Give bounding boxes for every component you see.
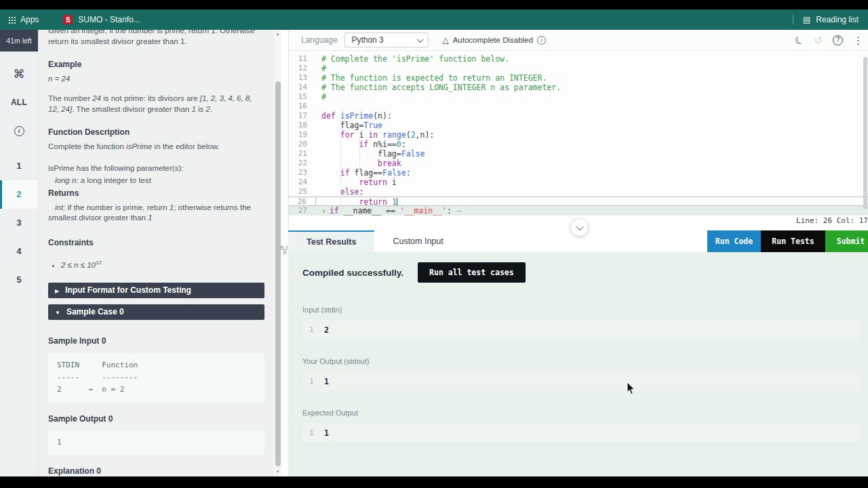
result-label: Your Output (stdout) [302,357,860,365]
code-line-23[interactable]: 23 if flag==False: [289,168,868,178]
result-value: 2 [324,325,329,335]
result-sections: Input (stdin)12Your Output (stdout)11Exp… [302,306,860,443]
problem-scrollbar-thumb[interactable] [275,81,281,466]
expand-icon: ▶ [55,286,59,297]
test-results-panel: Compiled successfully. Run all test case… [288,252,868,476]
constraints-heading: Constraints [48,238,264,249]
run-tests-button[interactable]: Run Tests [761,230,825,252]
fold-arrow-icon[interactable]: › [321,206,326,216]
info-icon[interactable]: i [0,117,38,145]
help-icon[interactable]: ? [833,35,843,45]
chevron-down-icon [576,222,583,230]
code-line-14[interactable]: 14# The function accepts LONG_INTEGER n … [289,83,868,92]
params-intro: isPrime has the following parameter(s): [48,163,264,174]
reading-list-button[interactable]: Reading list [816,15,859,24]
history-icon[interactable]: ↺ [814,35,823,45]
line-number: 25 [289,187,316,197]
collapse-icon: ▼ [55,308,60,319]
code-editor[interactable]: 11# Complete the 'isPrime' function belo… [289,51,868,216]
dark-mode-icon[interactable]: ☾ [793,33,806,47]
tab-custom-input[interactable]: Custom Input [374,230,461,252]
browser-tab-sumo[interactable]: S SUMO - Stanfo... [56,9,146,30]
problem-intro: Given an integer, if the number is prime… [48,30,264,47]
keyboard-shortcuts-icon[interactable]: ⌘ [0,60,38,88]
language-value: Python 3 [351,35,383,45]
example-value: n = 24 [48,74,264,85]
apps-grid-icon [8,16,16,24]
result-label: Expected Output [302,409,860,417]
line-number: 11 [289,54,316,64]
sample-output-block: 1 [48,430,264,455]
explanation-heading: Explanation 0 [48,466,264,476]
editor-scrollbar-thumb[interactable] [863,57,867,209]
function-description-heading: Function Description [48,127,264,138]
submit-button[interactable]: Submit [825,230,868,252]
collapse-panel-button[interactable] [570,218,589,237]
compile-status: Compiled successfully. [302,268,403,278]
code-line-15[interactable]: 15# [289,92,868,102]
code-line-17[interactable]: 17def isPrime(n): [289,111,868,121]
question-item-4[interactable]: 4 [0,237,38,266]
line-number: 1 [309,325,319,334]
code-line-12[interactable]: 12# [289,64,868,73]
code-line-21[interactable]: 21 flag=False [289,149,868,159]
line-number: 19 [289,130,316,140]
autocomplete-status: △ Autocomplete Disabled i [442,35,546,45]
param-line: long n: a long integer to test [48,176,264,186]
code-line-25[interactable]: 25 else: [289,187,868,197]
line-number: 18 [289,121,316,130]
code-line-19[interactable]: 19 for i in range(2,n): [289,130,868,140]
line-number: 27 [289,206,316,216]
mouse-cursor [627,382,635,398]
problem-panel: Given an integer, if the number is prime… [39,30,274,476]
line-number: 12 [289,64,316,73]
code-line-11[interactable]: 11# Complete the 'isPrime' function belo… [289,54,868,64]
warning-icon: △ [442,35,448,45]
question-item-2[interactable]: 2 [0,180,38,209]
code-line-18[interactable]: 18 flag=True [289,121,868,130]
result-value: 1 [324,428,329,438]
returns-body: int: if the number is prime, return 1; o… [48,203,264,224]
run-code-button[interactable]: Run Code [707,230,761,252]
run-all-test-cases-button[interactable]: Run all test cases [418,262,526,283]
question-item-3[interactable]: 3 [0,209,38,237]
folded-code-icon[interactable]: − [457,206,462,216]
indent-guide [359,140,360,168]
autocomplete-info-icon[interactable]: i [537,36,546,45]
scroll-down-icon[interactable]: ▼ [274,470,281,474]
accordion-sample-case-0[interactable]: ▼ Sample Case 0 [48,304,264,320]
top-black-band [0,0,868,9]
code-line-13[interactable]: 13# The function is expected to return a… [289,73,868,83]
apps-button[interactable]: Apps [8,15,39,24]
tab-test-results[interactable]: Test Results [288,230,374,252]
result-box: 12 [302,320,860,340]
question-item-1[interactable]: 1 [0,152,38,180]
line-number: 17 [289,111,316,121]
sample-output-heading: Sample Output 0 [48,414,264,425]
function-description-body: Complete the function isPrime in the edi… [48,142,264,152]
apps-label: Apps [20,15,39,24]
question-list: 12345 [0,152,38,294]
topbar-divider [793,15,793,24]
question-item-5[interactable]: 5 [0,266,38,294]
more-menu-icon[interactable]: ⋮ [853,35,863,45]
result-label: Input (stdin) [302,306,860,314]
code-line-27[interactable]: 27›if __name__ == '__main__':− [289,206,868,216]
line-number: 24 [289,178,316,187]
code-line-24[interactable]: 24 return i [289,178,868,187]
question-rail: 41m left ⌘ ALL i 12345 [0,30,39,476]
time-remaining: 41m left [0,30,38,52]
reading-list-icon: ▤ [803,16,810,24]
accordion-input-format[interactable]: ▶ Input Format for Custom Testing [48,283,264,298]
line-number: 21 [289,149,316,159]
code-line-20[interactable]: 20 if n%i==0: [289,140,868,149]
code-line-22[interactable]: 22 break [289,159,868,168]
scroll-up-icon[interactable]: ▲ [274,32,281,36]
all-questions-button[interactable]: ALL [0,88,38,117]
example-heading: Example [48,60,264,70]
code-line-26[interactable]: 26 return 1 [289,197,868,206]
language-label: Language [301,35,337,45]
language-dropdown[interactable]: Python 3 [344,33,429,47]
example-body: The number 24 is not prime: its divisors… [48,94,264,115]
code-line-16[interactable]: 16 [289,102,868,111]
